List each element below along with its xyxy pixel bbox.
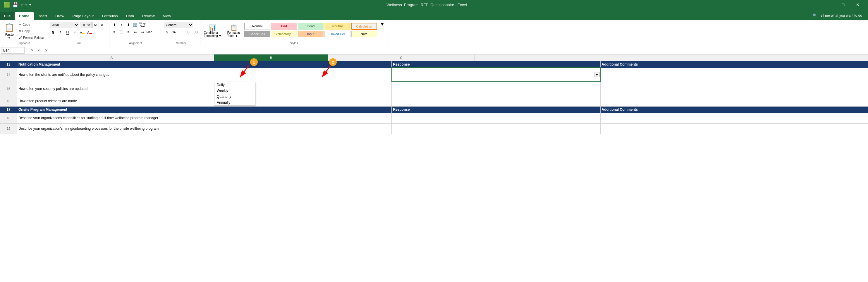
cell-a19[interactable]: Describe your organization's hiring/onbo…	[17, 123, 392, 134]
paste-button[interactable]: 📋 Paste ▼	[2, 22, 17, 41]
row-num-18[interactable]: 18	[0, 113, 17, 123]
align-left-button[interactable]: ≡	[111, 29, 118, 35]
merge-center-button[interactable]: M&C	[146, 29, 153, 35]
redo-icon[interactable]: ↪	[25, 3, 28, 7]
decrease-font-button[interactable]: A↓	[100, 22, 106, 28]
comma-button[interactable]: ,	[178, 29, 184, 35]
increase-indent-button[interactable]: ⇥	[139, 29, 146, 35]
conditional-formatting-button[interactable]: 📊 ConditionalFormatting ▼	[202, 23, 223, 39]
cell-c17[interactable]: Additional Comments	[600, 106, 868, 113]
cell-c19[interactable]	[600, 123, 868, 134]
format-as-table-button[interactable]: 📋 Format asTable ▼	[225, 23, 243, 39]
align-middle-button[interactable]: ↕	[118, 22, 125, 28]
tab-data[interactable]: Data	[122, 12, 138, 20]
percent-button[interactable]: %	[171, 29, 177, 35]
cell-b14[interactable]: ▼	[392, 68, 600, 82]
style-input[interactable]: Input	[298, 31, 323, 37]
col-header-a[interactable]: A	[9, 54, 214, 61]
orientation-button[interactable]: 🔡	[132, 22, 139, 28]
accounting-format-button[interactable]: $	[164, 29, 170, 35]
row-num-13[interactable]: 13	[0, 61, 17, 68]
minimize-button[interactable]: ─	[822, 0, 835, 9]
dropdown-item-daily[interactable]: Daily	[214, 82, 255, 88]
cell-b16[interactable]	[392, 96, 600, 106]
cell-c14[interactable]	[600, 68, 868, 82]
dropdown-arrow-icon[interactable]: ▼	[594, 72, 600, 77]
tab-insert[interactable]: Insert	[34, 12, 52, 20]
cell-c15[interactable]	[600, 82, 868, 96]
number-format-select[interactable]: General	[164, 22, 193, 28]
row-num-16[interactable]: 16	[0, 96, 17, 106]
maximize-button[interactable]: □	[836, 0, 850, 9]
tab-formulas[interactable]: Formulas	[98, 12, 122, 20]
italic-button[interactable]: I	[57, 30, 63, 36]
cell-b15[interactable]	[392, 82, 600, 96]
underline-button[interactable]: U	[64, 30, 71, 36]
cell-b18[interactable]	[392, 113, 600, 123]
font-name-select[interactable]: Arial	[50, 22, 79, 28]
formula-input[interactable]	[50, 48, 867, 53]
cell-c13[interactable]: Additional Comments	[600, 61, 868, 68]
close-button[interactable]: ✕	[851, 0, 865, 9]
row-num-15[interactable]: 15	[0, 82, 17, 96]
fill-color-button[interactable]: A▬	[79, 30, 86, 36]
tab-pagelayout[interactable]: Page Layout	[68, 12, 98, 20]
cell-b17[interactable]: Response	[392, 106, 600, 113]
cut-button[interactable]: ✂ Copy	[17, 22, 46, 28]
cell-b13[interactable]: Response	[392, 61, 600, 68]
row-num-17[interactable]: 17	[0, 106, 17, 113]
decrease-decimal-button[interactable]: .0	[185, 29, 191, 35]
style-bad[interactable]: Bad	[271, 23, 297, 30]
row-num-19[interactable]: 19	[0, 123, 17, 134]
font-color-button[interactable]: A▬	[86, 30, 93, 36]
tab-view[interactable]: View	[159, 12, 175, 20]
increase-decimal-button[interactable]: .00	[192, 29, 198, 35]
style-linked-cell[interactable]: Linked Cell	[324, 31, 350, 37]
cell-reference-box[interactable]	[1, 47, 25, 54]
tab-review[interactable]: Review	[138, 12, 159, 20]
confirm-formula-button[interactable]: ✓	[36, 48, 42, 53]
cell-c16[interactable]	[600, 96, 868, 106]
dropdown-item-weekly[interactable]: Weekly	[214, 88, 255, 94]
cell-a14[interactable]: How often the clients are notified about…	[17, 68, 392, 82]
border-button[interactable]: ⊞	[72, 30, 78, 36]
align-right-button[interactable]: ≡	[125, 29, 132, 35]
style-check-cell[interactable]: Check Cell	[244, 31, 270, 37]
tab-draw[interactable]: Draw	[51, 12, 68, 20]
align-top-button[interactable]: ⬆	[111, 22, 118, 28]
wrap-text-button[interactable]: Wrap Text	[139, 22, 146, 28]
style-neutral[interactable]: Neutral	[324, 23, 350, 30]
dropdown-item-quarterly[interactable]: Quarterly	[214, 94, 255, 100]
cell-a18[interactable]: Describe your organizations capabilities…	[17, 113, 392, 123]
tell-me-input[interactable]: 🔍 Tell me what you want to do	[809, 12, 866, 19]
format-painter-button[interactable]: 🖌 Format Painter	[17, 34, 46, 40]
bold-button[interactable]: B	[50, 30, 56, 36]
increase-font-button[interactable]: A↑	[92, 22, 99, 28]
corner-cell[interactable]	[0, 54, 9, 61]
align-bottom-button[interactable]: ⬇	[125, 22, 132, 28]
font-size-select[interactable]: 10	[80, 22, 92, 28]
cell-a15[interactable]: How often your security policies are upd…	[17, 82, 392, 96]
dropdown-item-annually[interactable]: Annually	[214, 100, 255, 106]
col-header-b[interactable]: B	[214, 54, 328, 61]
dropdown-list[interactable]: Daily Weekly Quarterly Annually	[214, 82, 255, 106]
align-center-button[interactable]: ☰	[118, 29, 125, 35]
style-note[interactable]: Note	[351, 31, 377, 37]
style-normal[interactable]: Normal	[244, 23, 270, 30]
row-num-14[interactable]: 14	[0, 68, 17, 82]
tab-file[interactable]: File	[0, 12, 14, 20]
save-icon[interactable]: 💾	[12, 2, 18, 8]
cell-b19[interactable]	[392, 123, 600, 134]
style-good[interactable]: Good	[298, 23, 323, 30]
col-header-c[interactable]: C	[328, 54, 474, 61]
more-styles-button[interactable]: ▼	[379, 22, 386, 27]
style-explanatory[interactable]: Explanatory ...	[271, 31, 297, 37]
undo-icon[interactable]: ↩	[21, 3, 23, 7]
cell-a16[interactable]: How often product releases are made	[17, 96, 392, 106]
cell-a17[interactable]: Onsite Program Management	[17, 106, 392, 113]
decrease-indent-button[interactable]: ⇤	[132, 29, 139, 35]
style-calculation[interactable]: Calculation	[351, 23, 377, 30]
cell-c18[interactable]	[600, 113, 868, 123]
tab-home[interactable]: Home	[14, 12, 33, 20]
quick-access-dropdown-icon[interactable]: ▼	[29, 3, 32, 6]
